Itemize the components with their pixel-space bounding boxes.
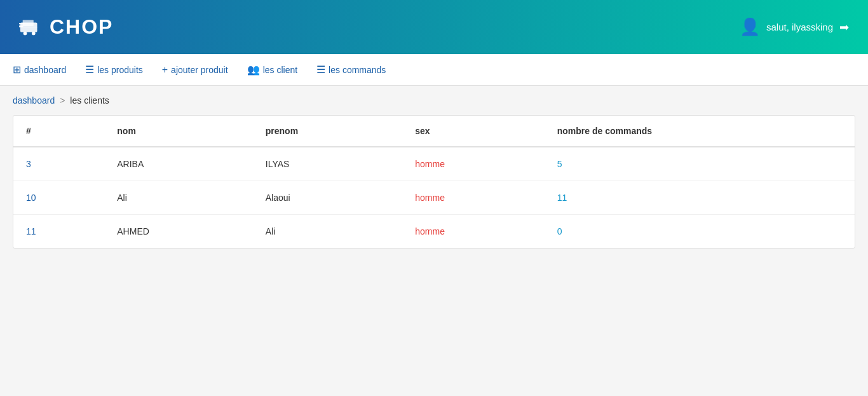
clients-icon: 👥 [247,64,260,76]
logo-area: CHOP [19,15,113,39]
clients-table: # nom prenom sex nombre de commands 3 AR… [13,116,855,248]
cell-sex: homme [402,181,544,215]
breadcrumb: dashboard > les clients [0,86,868,115]
nav-label-produits: les produits [97,65,143,75]
dashboard-icon: ⊞ [13,64,21,76]
cell-id: 10 [13,181,104,215]
commands-icon: ☰ [316,64,325,76]
breadcrumb-home[interactable]: dashboard [13,95,55,106]
cell-commands: 5 [545,147,855,181]
cell-commands: 0 [545,215,855,249]
nav-item-ajouter[interactable]: + ajouter produit [162,61,228,79]
nav-label-commands: les commands [329,65,386,75]
table-row: 11 AHMED Ali homme 0 [13,215,855,249]
produits-icon: ☰ [85,64,94,76]
cell-prenom: Alaoui [253,181,402,215]
cell-id: 11 [13,215,104,249]
col-header-prenom: prenom [253,116,402,147]
nav-item-clients[interactable]: 👥 les client [247,60,297,79]
user-area: 👤 salut, ilyassking ➡ [740,17,849,37]
nav-label-dashboard: dashboard [24,65,66,75]
svg-rect-1 [23,20,34,25]
clients-table-container: # nom prenom sex nombre de commands 3 AR… [13,115,855,249]
logo-icon [19,15,43,39]
header: CHOP 👤 salut, ilyassking ➡ [0,0,868,54]
cell-sex: homme [402,215,544,249]
user-greeting: salut, ilyassking [766,22,833,32]
nav-item-commands[interactable]: ☰ les commands [316,60,386,79]
col-header-id: # [13,116,104,147]
col-header-commands: nombre de commands [545,116,855,147]
cell-nom: AHMED [104,215,252,249]
table-row: 3 ARIBA ILYAS homme 5 [13,147,855,181]
navbar: ⊞ dashboard ☰ les produits + ajouter pro… [0,54,868,86]
col-header-sex: sex [402,116,544,147]
svg-point-2 [24,31,27,35]
cell-prenom: Ali [253,215,402,249]
logout-icon[interactable]: ➡ [839,20,849,34]
cell-nom: Ali [104,181,252,215]
main-content: # nom prenom sex nombre de commands 3 AR… [0,115,868,261]
nav-label-clients: les client [263,65,297,75]
cell-nom: ARIBA [104,147,252,181]
nav-item-produits[interactable]: ☰ les produits [85,60,143,79]
logo-text: CHOP [50,15,113,39]
cell-sex: homme [402,147,544,181]
nav-item-dashboard[interactable]: ⊞ dashboard [13,60,66,79]
cell-commands: 11 [545,181,855,215]
ajouter-icon: + [162,64,168,76]
breadcrumb-separator: > [60,95,65,106]
table-row: 10 Ali Alaoui homme 11 [13,181,855,215]
user-avatar-icon: 👤 [740,17,760,37]
cell-prenom: ILYAS [253,147,402,181]
col-header-nom: nom [104,116,252,147]
table-header-row: # nom prenom sex nombre de commands [13,116,855,147]
breadcrumb-current: les clients [70,95,109,106]
cell-id: 3 [13,147,104,181]
svg-point-3 [32,31,36,35]
nav-label-ajouter: ajouter produit [171,65,228,75]
